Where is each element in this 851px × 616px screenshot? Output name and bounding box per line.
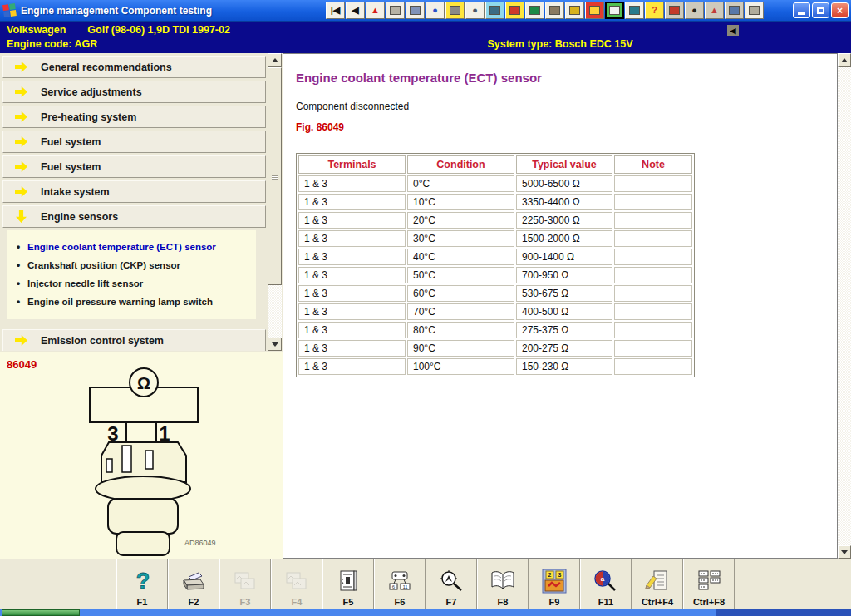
scroll-down-button[interactable] bbox=[838, 545, 851, 559]
table-row: 1 & 330°C1500-2000 Ω bbox=[298, 230, 692, 247]
engine-code: Engine code: AGR bbox=[7, 38, 97, 50]
arrow-down-icon bbox=[841, 550, 848, 554]
sidebar-section-label: Service adjustments bbox=[41, 86, 142, 98]
restore-button[interactable] bbox=[812, 2, 829, 18]
lift-icon[interactable] bbox=[505, 2, 524, 19]
warning-icon[interactable]: ▲ bbox=[366, 2, 385, 19]
fkey-button-f6[interactable]: 611F6 bbox=[374, 559, 426, 609]
pin-label-1: 1 bbox=[159, 422, 170, 445]
ohm-symbol: Ω bbox=[137, 374, 150, 392]
garage-door-icon-glyph bbox=[529, 6, 540, 15]
sidebar-section-service-adjustments[interactable]: Service adjustments bbox=[2, 81, 266, 103]
svg-text:3: 3 bbox=[558, 572, 562, 578]
window-panel-icon[interactable] bbox=[386, 2, 405, 19]
sidebar-item-engine-coolant-temperature-ect-sensor[interactable]: •Engine coolant temperature (ECT) sensor bbox=[12, 238, 253, 256]
vehicle-icon[interactable] bbox=[545, 2, 564, 19]
table-cell: 1 & 3 bbox=[298, 303, 406, 320]
sidebar-item-engine-oil-pressure-warning-lamp-switch[interactable]: •Engine oil pressure warning lamp switch bbox=[12, 293, 253, 311]
mouse-icon[interactable] bbox=[445, 2, 465, 19]
hazard-icon-glyph: ▲ bbox=[710, 6, 719, 15]
engines-icon[interactable] bbox=[725, 2, 744, 19]
sidebar-section-label: Fuel system bbox=[41, 161, 101, 173]
table-cell: 30°C bbox=[407, 230, 514, 247]
switch-icon[interactable] bbox=[745, 2, 764, 19]
print-active-icon[interactable] bbox=[605, 2, 624, 19]
sidebar-section-intake-system[interactable]: Intake system bbox=[2, 180, 266, 203]
engines-icon-glyph bbox=[729, 6, 740, 15]
table-cell: 1 & 3 bbox=[298, 249, 406, 265]
spray-icon-glyph bbox=[489, 6, 500, 15]
table-row: 1 & 370°C400-500 Ω bbox=[298, 303, 692, 320]
svg-text:2: 2 bbox=[548, 572, 552, 578]
fkey-button-f11[interactable]: aF11 bbox=[580, 559, 632, 609]
test-condition: Component disconnected bbox=[296, 101, 837, 112]
fkey-button-f5[interactable]: F5 bbox=[322, 559, 374, 609]
fkey-button-f8[interactable]: F8 bbox=[477, 559, 529, 609]
table-cell: 530-675 Ω bbox=[516, 285, 612, 302]
scrollbar-thumb[interactable] bbox=[268, 67, 282, 285]
oil-can-icon-glyph bbox=[629, 6, 640, 15]
function-toolbar: ?F1F2F3F4F5611F6F7F823F9aF11Ctrl+F4Ctrl+… bbox=[0, 559, 851, 609]
oil-can-icon[interactable] bbox=[625, 2, 644, 19]
table-cell bbox=[614, 194, 692, 210]
table-cell bbox=[614, 285, 692, 302]
scroll-up-button[interactable] bbox=[838, 53, 851, 67]
table-cell: 10°C bbox=[407, 194, 514, 210]
sidebar-scrollbar[interactable] bbox=[268, 53, 282, 351]
roadside-help-icon[interactable]: ? bbox=[645, 2, 664, 19]
titlebar: Engine management Component testing |◀◀▲… bbox=[0, 0, 851, 22]
band-back-icon[interactable]: ◀ bbox=[727, 25, 739, 36]
hazard-icon[interactable]: ▲ bbox=[705, 2, 724, 19]
sidebar-section-engine-sensors[interactable]: Engine sensors bbox=[2, 205, 266, 228]
engine-icon[interactable] bbox=[665, 2, 684, 19]
window-panel-icon-glyph bbox=[390, 6, 401, 15]
nav-first-icon[interactable]: |◀ bbox=[326, 2, 345, 19]
fkey-label: Ctrl+F4 bbox=[642, 597, 673, 607]
tyre-icon[interactable]: ● bbox=[465, 2, 485, 19]
svg-text:?: ? bbox=[136, 569, 150, 594]
tools-icon-glyph bbox=[410, 6, 421, 15]
print-icon bbox=[180, 567, 207, 595]
sidebar-item-injector-needle-lift-sensor[interactable]: •Injector needle lift sensor bbox=[12, 274, 253, 293]
table-cell bbox=[614, 340, 692, 357]
sidebar-section-pre-heating-system[interactable]: Pre-heating system bbox=[2, 106, 266, 128]
key-icon[interactable] bbox=[565, 2, 584, 19]
fkey-label: F11 bbox=[598, 597, 613, 607]
diagram-caption: AD86049 bbox=[184, 539, 216, 547]
content-scrollbar[interactable] bbox=[838, 53, 851, 559]
table-row: 1 & 360°C530-675 Ω bbox=[298, 285, 692, 302]
sidebar-section-fuel-system[interactable]: Fuel system bbox=[2, 131, 266, 153]
fkey-button-f2[interactable]: F2 bbox=[168, 559, 219, 609]
sensor-diagram: Ω 3 1 AD86049 bbox=[0, 356, 283, 559]
spray-icon[interactable] bbox=[485, 2, 504, 19]
fkey-button-ctrl-f4[interactable]: Ctrl+F4 bbox=[632, 559, 683, 609]
nav-back-icon[interactable]: ◀ bbox=[346, 2, 365, 19]
table-cell: 1 & 3 bbox=[298, 358, 406, 375]
mouse-icon-glyph bbox=[450, 6, 460, 15]
table-header-cell: Typical value bbox=[516, 155, 612, 174]
vehicle-make: Volkswagen bbox=[7, 24, 66, 36]
tools-icon[interactable] bbox=[406, 2, 425, 19]
fkey-label: F5 bbox=[343, 597, 354, 607]
fkey-button-f1[interactable]: ?F1 bbox=[116, 559, 168, 609]
minimize-button[interactable] bbox=[793, 2, 810, 18]
sidebar-section-label: Engine sensors bbox=[41, 211, 118, 223]
start-button-edge[interactable] bbox=[2, 609, 80, 616]
taskbar-strip-dark bbox=[716, 609, 851, 616]
gauge-icon[interactable]: ● bbox=[685, 2, 704, 19]
sidebar-section-general-recommendations[interactable]: General recommendations bbox=[2, 56, 266, 78]
scroll-down-button[interactable] bbox=[268, 338, 282, 351]
component-test-icon[interactable] bbox=[585, 2, 604, 19]
garage-door-icon[interactable] bbox=[525, 2, 544, 19]
close-button[interactable]: × bbox=[831, 2, 849, 18]
fkey-button-ctrl-f8[interactable]: Ctrl+F8 bbox=[683, 559, 735, 609]
sidebar-section-emission-control-system[interactable]: Emission control system bbox=[2, 329, 266, 351]
sidebar-section-fuel-system[interactable]: Fuel system bbox=[2, 155, 266, 178]
component-location-icon: 611 bbox=[386, 567, 413, 595]
fkey-button-f9[interactable]: 23F9 bbox=[529, 559, 580, 609]
globe-icon[interactable]: ● bbox=[426, 2, 445, 19]
fkey-button-f7[interactable]: F7 bbox=[426, 559, 477, 609]
scroll-up-button[interactable] bbox=[268, 53, 282, 67]
images-icon bbox=[283, 567, 310, 595]
sidebar-item-crankshaft-position-ckp-sensor[interactable]: •Crankshaft position (CKP) sensor bbox=[12, 256, 253, 274]
